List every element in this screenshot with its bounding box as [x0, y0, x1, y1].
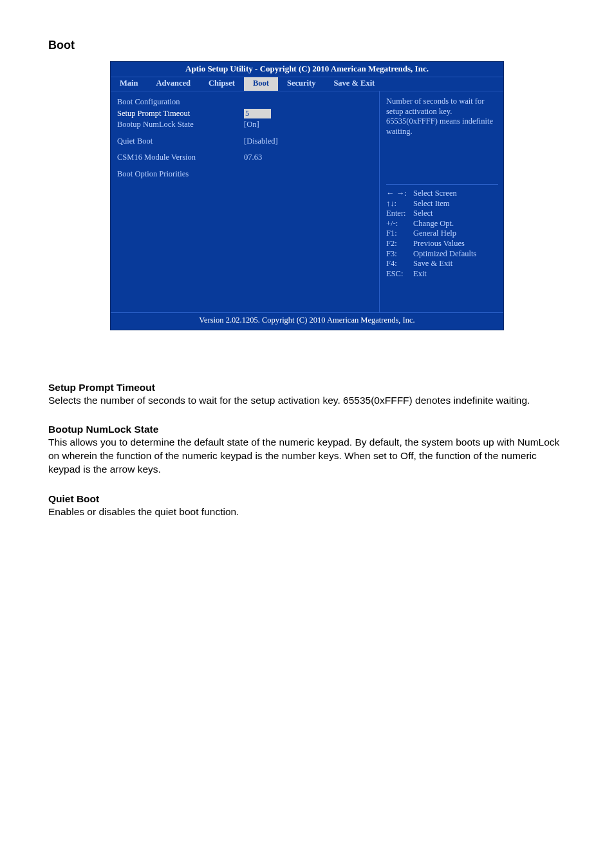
nav-esc: ESC: Exit [386, 269, 498, 279]
nav-desc-arrows-v: Select Item [413, 199, 498, 209]
desc-text-setup-prompt-timeout: Selects the number of seconds to wait fo… [48, 394, 566, 408]
bios-tab-security[interactable]: Security [278, 77, 324, 91]
desc-text-quiet-boot: Enables or disables the quiet boot funct… [48, 505, 566, 519]
bios-help-text: Number of seconds to wait for setup acti… [386, 97, 498, 174]
bios-tab-boot[interactable]: Boot [244, 77, 278, 91]
nav-desc-f3: Optimized Defaults [413, 249, 498, 259]
value-bootup-numlock-state: [On] [244, 120, 373, 130]
desc-heading-bootup-numlock-state: Bootup NumLock State [48, 424, 566, 435]
value-quiet-boot: [Disabled] [244, 137, 373, 147]
nav-f1: F1: General Help [386, 229, 498, 239]
label-bootup-numlock-state: Bootup NumLock State [117, 120, 244, 130]
label-setup-prompt-timeout: Setup Prompt Timeout [117, 109, 244, 119]
nav-key-f3: F3: [386, 249, 413, 259]
bios-tab-save-exit[interactable]: Save & Exit [324, 77, 384, 91]
desc-setup-prompt-timeout: Setup Prompt Timeout Selects the number … [48, 382, 566, 408]
label-quiet-boot: Quiet Boot [117, 137, 244, 147]
desc-heading-setup-prompt-timeout: Setup Prompt Timeout [48, 382, 566, 393]
label-csm16-module-version: CSM16 Module Version [117, 153, 244, 163]
nav-desc-plusminus: Change Opt. [413, 219, 498, 229]
bios-left-panel: Boot Configuration Setup Prompt Timeout … [111, 91, 380, 312]
nav-key-plusminus: +/-: [386, 219, 413, 229]
nav-desc-f4: Save & Exit [413, 259, 498, 269]
nav-desc-f1: General Help [413, 229, 498, 239]
bios-nav-help: ← →: Select Screen ↑↓: Select Item Enter… [386, 184, 498, 279]
bios-right-panel: Number of seconds to wait for setup acti… [380, 91, 503, 312]
nav-plusminus: +/-: Change Opt. [386, 219, 498, 229]
bios-tab-advanced[interactable]: Advanced [147, 77, 199, 91]
nav-enter: Enter: Select [386, 209, 498, 219]
nav-arrows-v: ↑↓: Select Item [386, 199, 498, 209]
row-quiet-boot[interactable]: Quiet Boot [Disabled] [117, 136, 373, 147]
row-csm16-module-version: CSM16 Module Version 07.63 [117, 152, 373, 164]
nav-desc-f2: Previous Values [413, 239, 498, 249]
bios-tab-main[interactable]: Main [111, 77, 147, 91]
row-bootup-numlock-state[interactable]: Bootup NumLock State [On] [117, 119, 373, 131]
nav-key-f2: F2: [386, 239, 413, 249]
nav-desc-enter: Select [413, 209, 498, 219]
label-boot-option-priorities: Boot Option Priorities [117, 169, 244, 180]
nav-key-arrows-v: ↑↓: [386, 199, 413, 209]
value-csm16-module-version: 07.63 [244, 153, 373, 163]
row-boot-configuration: Boot Configuration [117, 97, 373, 108]
nav-f4: F4: Save & Exit [386, 259, 498, 269]
nav-arrows-h: ← →: Select Screen [386, 189, 498, 199]
desc-quiet-boot: Quiet Boot Enables or disables the quiet… [48, 493, 566, 519]
bios-title: Aptio Setup Utility - Copyright (C) 2010… [111, 62, 503, 77]
desc-bootup-numlock-state: Bootup NumLock State This allows you to … [48, 424, 566, 476]
nav-key-esc: ESC: [386, 269, 413, 279]
bios-footer: Version 2.02.1205. Copyright (C) 2010 Am… [111, 312, 503, 330]
nav-f2: F2: Previous Values [386, 239, 498, 249]
nav-key-enter: Enter: [386, 209, 413, 219]
row-setup-prompt-timeout[interactable]: Setup Prompt Timeout 5 [117, 108, 373, 120]
bios-tab-chipset[interactable]: Chipset [200, 77, 244, 91]
desc-heading-quiet-boot: Quiet Boot [48, 493, 566, 505]
nav-desc-arrows-h: Select Screen [413, 189, 498, 199]
nav-f3: F3: Optimized Defaults [386, 249, 498, 259]
nav-key-f4: F4: [386, 259, 413, 269]
nav-key-arrows-h: ← →: [386, 189, 413, 199]
bios-screenshot: Aptio Setup Utility - Copyright (C) 2010… [110, 61, 504, 330]
row-boot-option-priorities: Boot Option Priorities [117, 169, 373, 180]
desc-text-bootup-numlock-state: This allows you to determine the default… [48, 436, 566, 476]
section-heading-boot: Boot [48, 39, 566, 52]
bios-tab-bar: Main Advanced Chipset Boot Security Save… [111, 77, 503, 91]
nav-desc-esc: Exit [413, 269, 498, 279]
nav-key-f1: F1: [386, 229, 413, 239]
label-boot-configuration: Boot Configuration [117, 97, 244, 108]
value-setup-prompt-timeout: 5 [244, 109, 271, 119]
